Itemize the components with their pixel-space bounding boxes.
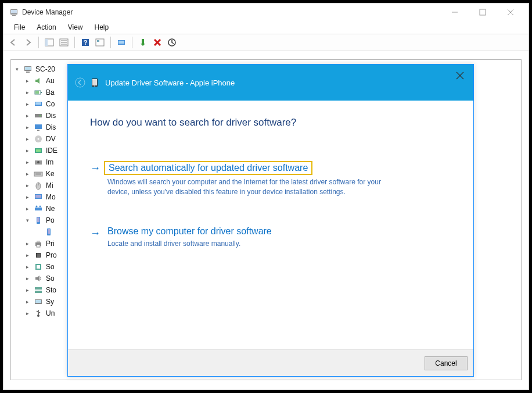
expand-icon[interactable]: ▸ (24, 170, 31, 177)
expand-icon[interactable]: ▸ (24, 89, 31, 96)
svg-rect-4 (480, 9, 486, 15)
disk-icon (34, 111, 43, 120)
ide-icon (34, 146, 43, 155)
expand-icon[interactable]: ▸ (24, 112, 31, 119)
svg-rect-24 (25, 67, 31, 70)
update-driver-button[interactable] (136, 36, 149, 49)
expand-icon[interactable]: ▾ (24, 217, 31, 224)
arrow-right-icon: → (90, 162, 100, 174)
expand-icon[interactable]: ▸ (24, 101, 31, 108)
close-button[interactable] (502, 6, 519, 19)
svg-rect-28 (35, 91, 39, 94)
expand-icon[interactable]: ▸ (24, 182, 31, 189)
svg-rect-33 (35, 124, 42, 129)
dialog-title-text: Update Driver Software - Apple iPhone (105, 78, 235, 87)
mouse-icon (34, 181, 43, 190)
expand-icon[interactable]: ▸ (24, 240, 31, 247)
svg-rect-48 (35, 208, 42, 210)
expand-icon[interactable]: ▸ (24, 298, 31, 305)
tree-item-label: Sto (46, 286, 56, 294)
tree-item-label: Mi (46, 181, 53, 190)
monitor-icon (34, 192, 43, 202)
uninstall-button[interactable] (151, 36, 164, 49)
menu-help[interactable]: Help (90, 22, 114, 33)
dialog-back-button[interactable] (74, 76, 87, 89)
expand-icon[interactable]: ▸ (24, 135, 31, 142)
storage-icon (34, 285, 43, 295)
expand-icon[interactable]: ▸ (24, 275, 31, 282)
svg-rect-63 (35, 291, 42, 293)
processor-icon (34, 251, 43, 260)
menu-action[interactable]: Action (32, 22, 60, 33)
tree-item-label: Co (46, 100, 55, 108)
tree-item-label: IDE (46, 147, 57, 155)
audio-icon (34, 76, 43, 85)
scan-hardware-button[interactable] (115, 36, 128, 49)
expand-icon[interactable]: ▸ (24, 159, 31, 166)
svg-rect-65 (35, 300, 41, 303)
svg-rect-38 (36, 149, 41, 152)
svg-point-50 (39, 206, 41, 208)
menu-file[interactable]: File (9, 22, 30, 33)
forward-button[interactable] (21, 36, 34, 49)
help-button[interactable]: ? (79, 36, 92, 49)
cancel-button[interactable]: Cancel (425, 356, 468, 370)
dialog-titlebar: Update Driver Software - Apple iPhone (68, 65, 473, 101)
expand-icon[interactable]: ▸ (24, 310, 31, 317)
tree-item-label: DV (46, 135, 56, 143)
arrow-right-icon: → (90, 227, 100, 240)
svg-rect-15 (96, 39, 104, 46)
properties-button[interactable] (57, 36, 70, 49)
minimize-button[interactable] (446, 6, 463, 19)
svg-rect-2 (12, 15, 16, 16)
tree-item-label: Ke (46, 170, 55, 178)
battery-icon (34, 88, 43, 97)
tree-item-label: Dis (46, 112, 56, 120)
dialog-footer: Cancel (68, 349, 473, 376)
dialog-close-button[interactable] (452, 68, 468, 83)
imaging-icon (34, 158, 43, 167)
menu-view[interactable]: View (63, 22, 88, 33)
expand-icon[interactable]: ▸ (24, 194, 31, 201)
svg-point-40 (37, 161, 39, 163)
option-description: Locate and install driver software manua… (107, 239, 392, 249)
device-manager-window: Device Manager File Action View Help ? (3, 3, 529, 390)
tree-item-label: Au (46, 77, 55, 85)
maximize-button[interactable] (474, 6, 491, 19)
expand-icon[interactable]: ▸ (24, 77, 31, 84)
svg-rect-54 (48, 229, 50, 234)
tree-item-label: Pri (46, 240, 55, 248)
svg-rect-34 (37, 130, 39, 131)
expand-icon[interactable]: ▸ (24, 147, 31, 154)
option-description: Windows will search your computer and th… (107, 177, 392, 197)
expand-icon[interactable]: ▸ (24, 205, 31, 212)
option-title: Search automatically for updated driver … (104, 161, 312, 175)
svg-point-32 (39, 115, 41, 116)
option-browse-computer[interactable]: → Browse my computer for driver software… (90, 226, 451, 249)
svg-rect-31 (35, 114, 42, 117)
svg-rect-70 (92, 79, 97, 85)
action-button[interactable] (94, 36, 106, 49)
keyboard-icon (34, 169, 43, 178)
back-button[interactable] (7, 36, 20, 49)
show-hide-tree-button[interactable] (43, 36, 56, 49)
expand-icon[interactable]: ▸ (24, 287, 31, 294)
tree-item-label: Im (46, 158, 53, 166)
tree-item-label: So (46, 274, 55, 283)
expand-icon[interactable]: ▸ (24, 263, 31, 270)
tree-item-label: Sy (46, 298, 54, 306)
svg-rect-56 (37, 241, 40, 242)
expand-icon[interactable]: ▸ (24, 252, 31, 259)
tree-item-label: Mo (46, 193, 56, 201)
expand-icon[interactable]: ▸ (24, 124, 31, 131)
software-icon (34, 262, 43, 271)
svg-point-68 (76, 78, 85, 87)
tree-item-label: Po (46, 216, 55, 224)
svg-rect-59 (37, 253, 40, 257)
computer-icon (23, 65, 33, 74)
update-driver-dialog: Update Driver Software - Apple iPhone Ho… (67, 64, 474, 377)
svg-point-49 (36, 206, 38, 208)
disable-button[interactable] (166, 36, 178, 49)
expand-icon[interactable]: ▾ (13, 66, 20, 73)
option-search-automatically[interactable]: → Search automatically for updated drive… (90, 161, 451, 197)
